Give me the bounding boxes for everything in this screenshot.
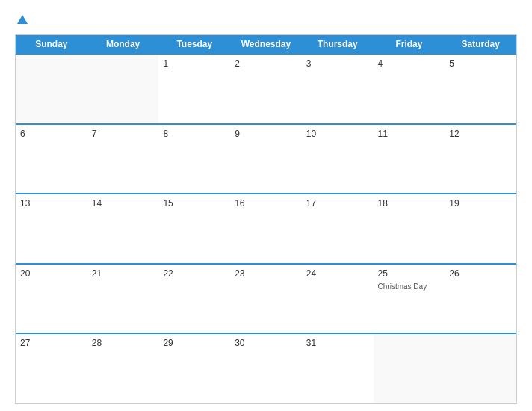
day-number: 1 xyxy=(163,58,226,69)
calendar-page: SundayMondayTuesdayWednesdayThursdayFrid… xyxy=(0,0,532,411)
day-number: 10 xyxy=(306,129,369,139)
calendar-cell xyxy=(16,55,87,123)
day-number: 12 xyxy=(449,129,512,139)
calendar-cell: 31 xyxy=(302,334,374,403)
calendar-cell: 21 xyxy=(87,265,159,333)
day-number: 27 xyxy=(20,338,83,348)
day-number: 14 xyxy=(92,198,155,208)
calendar-cell: 8 xyxy=(158,125,230,194)
calendar-cell: 15 xyxy=(158,194,230,263)
calendar-cell: 22 xyxy=(158,265,230,333)
logo-icon xyxy=(16,13,29,27)
calendar-cell: 1 xyxy=(158,55,230,123)
day-number: 20 xyxy=(20,268,83,279)
day-number: 30 xyxy=(235,338,297,348)
calendar-week-row: 2728293031 xyxy=(16,333,516,403)
calendar-cell: 7 xyxy=(87,125,159,194)
calendar-cell: 4 xyxy=(374,55,445,123)
calendar-header-cell: Thursday xyxy=(302,35,374,53)
calendar-cell: 18 xyxy=(374,194,445,263)
day-number: 16 xyxy=(235,198,297,208)
calendar-header-cell: Sunday xyxy=(16,35,87,53)
calendar-week-row: 202122232425Christmas Day26 xyxy=(16,263,516,333)
calendar-cell: 28 xyxy=(87,334,159,403)
calendar-cell: 2 xyxy=(230,55,302,123)
calendar-cell xyxy=(445,334,516,403)
day-number: 31 xyxy=(306,338,369,348)
calendar-cell: 19 xyxy=(445,194,516,263)
day-number: 28 xyxy=(92,338,155,348)
calendar-body: 1234567891011121314151617181920212223242… xyxy=(16,53,516,403)
day-number: 25 xyxy=(378,268,441,279)
calendar-header-cell: Wednesday xyxy=(230,35,302,53)
day-number: 7 xyxy=(92,129,155,139)
day-number: 18 xyxy=(378,198,441,208)
calendar-cell: 6 xyxy=(16,125,87,194)
svg-marker-0 xyxy=(17,15,28,24)
day-number: 19 xyxy=(449,198,512,208)
calendar-week-row: 6789101112 xyxy=(16,123,516,194)
calendar-cell: 20 xyxy=(16,265,87,333)
calendar-cell: 14 xyxy=(87,194,159,263)
calendar-header-cell: Friday xyxy=(374,35,445,53)
calendar-cell: 11 xyxy=(374,125,445,194)
calendar-cell: 3 xyxy=(302,55,374,123)
calendar-cell: 12 xyxy=(445,125,516,194)
day-number: 8 xyxy=(163,129,226,139)
calendar-cell: 13 xyxy=(16,194,87,263)
calendar-header-cell: Tuesday xyxy=(158,35,230,53)
calendar-cell: 5 xyxy=(445,55,516,123)
day-number: 4 xyxy=(378,58,441,69)
calendar-week-row: 13141516171819 xyxy=(16,193,516,263)
calendar-cell: 9 xyxy=(230,125,302,194)
calendar-cell: 10 xyxy=(302,125,374,194)
day-number: 11 xyxy=(378,129,441,139)
day-number: 21 xyxy=(92,268,155,279)
calendar-cell: 26 xyxy=(445,265,516,333)
page-header xyxy=(15,13,517,27)
calendar-header-row: SundayMondayTuesdayWednesdayThursdayFrid… xyxy=(16,35,516,53)
calendar-cell: 24 xyxy=(302,265,374,333)
day-number: 23 xyxy=(235,268,297,279)
calendar-cell: 27 xyxy=(16,334,87,403)
day-number: 29 xyxy=(163,338,226,348)
day-number: 3 xyxy=(306,58,369,69)
day-number: 6 xyxy=(20,129,83,139)
calendar-header-cell: Monday xyxy=(87,35,159,53)
logo xyxy=(15,13,29,27)
day-number: 5 xyxy=(449,58,512,69)
calendar-cell: 17 xyxy=(302,194,374,263)
calendar-cell: 30 xyxy=(230,334,302,403)
calendar-grid: SundayMondayTuesdayWednesdayThursdayFrid… xyxy=(15,34,517,404)
calendar-cell: 29 xyxy=(158,334,230,403)
day-number: 24 xyxy=(306,268,369,279)
day-number: 13 xyxy=(20,198,83,208)
day-number: 15 xyxy=(163,198,226,208)
day-number: 26 xyxy=(449,268,512,279)
calendar-cell: 16 xyxy=(230,194,302,263)
calendar-week-row: 12345 xyxy=(16,53,516,123)
day-number: 22 xyxy=(163,268,226,279)
day-number: 2 xyxy=(235,58,297,69)
day-number: 9 xyxy=(235,129,297,139)
calendar-cell xyxy=(374,334,445,403)
calendar-cell xyxy=(87,55,159,123)
calendar-cell: 25Christmas Day xyxy=(374,265,445,333)
day-event: Christmas Day xyxy=(378,282,427,291)
calendar-cell: 23 xyxy=(230,265,302,333)
calendar-header-cell: Saturday xyxy=(445,35,516,53)
day-number: 17 xyxy=(306,198,369,208)
